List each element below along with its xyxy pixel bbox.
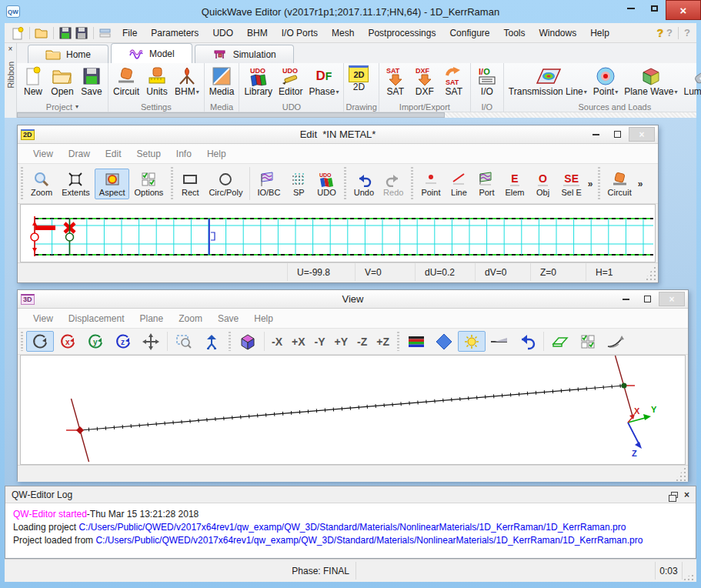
cube-view-button[interactable] (234, 331, 262, 352)
colorscale-button[interactable] (402, 331, 430, 352)
edit-menu-view[interactable]: View (25, 145, 61, 162)
tab-simulation[interactable]: Simulation (195, 45, 294, 63)
rotate-free-button[interactable] (26, 331, 54, 352)
about-help-icon[interactable]: ? (684, 27, 690, 38)
point-source-button[interactable]: Point▾ (590, 64, 621, 98)
fit-view-button[interactable] (198, 331, 225, 352)
menu-mesh[interactable]: Mesh (325, 25, 361, 42)
log-header[interactable]: QW-Editor Log × (5, 486, 696, 503)
axis-plus-y-button[interactable]: +Y (330, 335, 353, 349)
axis-minus-x-button[interactable]: -X (267, 335, 287, 349)
udo-library-button[interactable]: UDO Library (241, 64, 275, 98)
tab-home[interactable]: Home (28, 45, 108, 63)
pan-button[interactable] (137, 331, 165, 352)
save-button[interactable]: Save (77, 64, 106, 98)
port-tool-button[interactable]: Port (472, 169, 500, 199)
dxf-import-button[interactable]: DXF DXF (410, 64, 439, 98)
view-3d-canvas[interactable]: X Y Z (21, 356, 685, 464)
phase-button[interactable]: DF Phase▾ (305, 64, 342, 98)
menu-help[interactable]: Help (583, 25, 616, 42)
menu-bhm[interactable]: BHM (240, 25, 275, 42)
toolbar-overflow-chevron[interactable]: » (586, 179, 595, 189)
log-float-icon[interactable] (671, 492, 678, 498)
view-menu-view[interactable]: View (25, 310, 61, 327)
sp-tool-button[interactable]: SP (285, 169, 312, 199)
edit-menu-setup[interactable]: Setup (129, 145, 169, 162)
sat-import-button[interactable]: SAT SAT (381, 64, 410, 98)
quick-new-button[interactable] (11, 26, 25, 40)
quick-save-button[interactable] (58, 26, 72, 40)
sat-export-button[interactable]: SAT SAT (439, 64, 469, 98)
close-button[interactable]: × (666, 0, 701, 20)
point-tool-button[interactable]: Point (416, 169, 445, 199)
context-help-icon[interactable]: ? (666, 27, 673, 38)
undo-button[interactable]: Undo (349, 169, 379, 199)
axis-plus-z-button[interactable]: +Z (372, 335, 394, 349)
obj-tool-button[interactable]: O Obj (529, 169, 557, 199)
edit-close-button[interactable]: × (629, 127, 655, 142)
lumped-button[interactable]: RLC Lumped▾ (680, 64, 701, 98)
view-menu-save[interactable]: Save (210, 310, 246, 327)
maximize-button[interactable] (643, 0, 666, 17)
menu-file[interactable]: File (115, 25, 144, 42)
circuit-tool-button[interactable]: Circuit (603, 169, 636, 199)
rotate-x-button[interactable]: x (54, 331, 82, 352)
edit-maximize-button[interactable] (607, 128, 627, 142)
udo-tool-button[interactable]: UDO UDO (312, 169, 340, 199)
aspect-tool-button[interactable]: Aspect (95, 169, 130, 199)
view-window-titlebar[interactable]: 3D View × (18, 290, 688, 309)
edit-window-titlebar[interactable]: 2D Edit *IN METAL* × (18, 125, 658, 144)
project-dialog-launcher[interactable]: ▾ (75, 104, 78, 110)
edit-minimize-button[interactable] (586, 128, 606, 142)
zoom-tool-button[interactable]: Zoom (26, 169, 57, 199)
view-menu-zoom[interactable]: Zoom (171, 310, 210, 327)
view-minimize-button[interactable] (616, 292, 636, 306)
axis-plus-x-button[interactable]: +X (287, 335, 310, 349)
light-button[interactable] (458, 331, 486, 352)
tab-model[interactable]: Model (111, 43, 192, 63)
2d-drawing-button[interactable]: 2D 2D (345, 64, 372, 93)
transmission-line-button[interactable]: Transmission Line▾ (506, 64, 590, 98)
rotate-z-button[interactable]: z (109, 331, 137, 352)
app-resize-grip[interactable] (682, 572, 694, 581)
menu-windows[interactable]: Windows (532, 25, 584, 42)
quick-open-button[interactable] (35, 26, 48, 40)
view-options-button[interactable] (574, 331, 602, 352)
zoom-window-button[interactable] (170, 331, 198, 352)
diamond-display-button[interactable] (430, 331, 458, 352)
minimize-button[interactable] (619, 0, 643, 17)
help-icon[interactable]: ? (657, 27, 664, 39)
new-button[interactable]: New (18, 64, 48, 98)
options-tool-button[interactable]: Options (129, 169, 168, 199)
log-content[interactable]: QW-Editor started-Thu Mar 15 13:21:28 20… (5, 503, 696, 552)
io-bc-tool-button[interactable]: IO/BC (252, 169, 285, 199)
edit-menu-info[interactable]: Info (169, 145, 199, 162)
edit-menu-edit[interactable]: Edit (98, 145, 129, 162)
menu-io-ports[interactable]: I/O Ports (275, 25, 325, 42)
line-tool-button[interactable]: Line (445, 169, 472, 199)
quick-save-as-button[interactable] (75, 26, 88, 40)
menu-configure[interactable]: Configure (442, 25, 496, 42)
circuit-button[interactable]: Circuit (110, 64, 142, 98)
ribbon-scrollbar-thumb[interactable] (17, 112, 445, 118)
menu-postprocessings[interactable]: Postprocessings (361, 25, 442, 42)
menu-parameters[interactable]: Parameters (144, 25, 205, 42)
view-menu-displacement[interactable]: Displacement (61, 310, 132, 327)
edit-menu-help[interactable]: Help (199, 145, 234, 162)
view-menu-plane[interactable]: Plane (132, 310, 172, 327)
elem-tool-button[interactable]: E Elem (500, 169, 529, 199)
edit-resize-grip[interactable] (644, 263, 656, 281)
ribbon-close-icon[interactable]: × (8, 45, 13, 55)
axis-minus-z-button[interactable]: -Z (352, 335, 372, 349)
udo-editor-button[interactable]: UDO Editor (275, 64, 305, 98)
pen-button[interactable] (602, 331, 629, 352)
menu-udo[interactable]: UDO (205, 25, 240, 42)
log-close-icon[interactable]: × (684, 489, 689, 500)
view-maximize-button[interactable] (637, 292, 657, 306)
rect-tool-button[interactable]: Rect (176, 169, 204, 199)
plane-wave-button[interactable]: Plane Wave▾ (621, 64, 680, 98)
menu-tools[interactable]: Tools (496, 25, 532, 42)
bhm-button[interactable]: BHM▾ (172, 64, 202, 98)
open-button[interactable]: Open (48, 64, 77, 98)
circ-poly-tool-button[interactable]: Circ/Poly (204, 169, 247, 199)
